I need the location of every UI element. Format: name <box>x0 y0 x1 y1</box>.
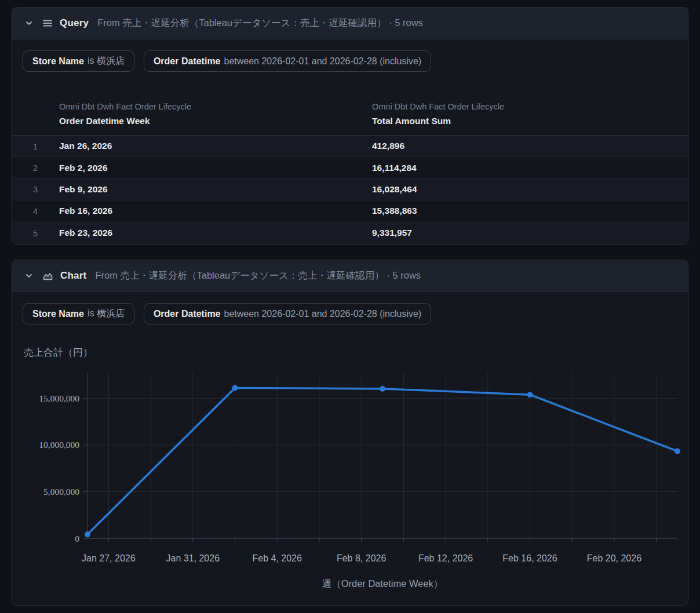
table-row: 1 Jan 26, 2026 412,896 <box>12 136 688 157</box>
filter-chip-order-datetime[interactable]: Order Datetime between 2026-02-01 and 20… <box>144 50 431 72</box>
y-tick-label: 15,000,000 <box>39 393 79 403</box>
cell-order-datetime-week: Feb 23, 2026 <box>47 228 360 238</box>
column-field-label: Total Amount Sum <box>372 114 688 128</box>
chart-panel-subtitle: From 売上・遅延分析（Tableauデータソース：売上・遅延確認用） · 5… <box>95 269 421 282</box>
data-point[interactable] <box>380 386 385 392</box>
data-point[interactable] <box>527 392 533 397</box>
filter-field-label: Store Name <box>32 309 84 319</box>
filter-condition-label: is 横浜店 <box>88 308 125 320</box>
cell-order-datetime-week: Jan 26, 2026 <box>47 141 360 151</box>
cell-order-datetime-week: Feb 2, 2026 <box>47 163 360 173</box>
chart-y-axis-title: 売上合計（円） <box>12 346 688 359</box>
y-tick-label: 10,000,000 <box>39 440 79 450</box>
filter-chip-store-name[interactable]: Store Name is 横浜店 <box>23 303 134 324</box>
query-panel-title: Query <box>60 17 89 29</box>
chevron-down-icon[interactable] <box>25 19 33 27</box>
chart-panel: Chart From 売上・遅延分析（Tableauデータソース：売上・遅延確認… <box>12 260 688 606</box>
row-number: 5 <box>12 228 47 238</box>
filter-condition-label: between 2026-02-01 and 2026-02-28 (inclu… <box>224 56 422 67</box>
y-tick-label: 5,000,000 <box>43 487 79 497</box>
filter-chip-store-name[interactable]: Store Name is 横浜店 <box>23 50 134 72</box>
query-panel-header[interactable]: Query From 売上・遅延分析（Tableauデータソース：売上・遅延確認… <box>12 8 688 39</box>
chevron-down-icon[interactable] <box>25 272 33 280</box>
data-point[interactable] <box>85 531 90 537</box>
results-table: Omni Dbt Dwh Fact Order Lifecycle Order … <box>12 101 688 244</box>
cell-total-amount-sum: 9,331,957 <box>360 228 688 238</box>
sales-line-chart[interactable]: 05,000,00010,000,00015,000,000Jan 27, 20… <box>12 364 688 602</box>
row-number: 4 <box>12 206 47 216</box>
menu-icon <box>43 19 52 27</box>
x-tick-label: Jan 27, 2026 <box>82 553 136 563</box>
table-row: 3 Feb 9, 2026 16,028,464 <box>12 179 688 200</box>
filter-chip-order-datetime[interactable]: Order Datetime between 2026-02-01 and 20… <box>144 303 431 324</box>
x-tick-label: Feb 16, 2026 <box>502 553 557 563</box>
data-point[interactable] <box>675 448 680 454</box>
column-field-label: Order Datetime Week <box>59 114 360 128</box>
x-tick-label: Feb 20, 2026 <box>587 553 641 563</box>
query-filter-bar: Store Name is 横浜店 Order Datetime between… <box>12 39 688 72</box>
row-number: 2 <box>12 163 47 173</box>
column-group-label: Omni Dbt Dwh Fact Order Lifecycle <box>59 101 360 113</box>
x-tick-label: Jan 31, 2026 <box>166 553 220 563</box>
cell-total-amount-sum: 16,028,464 <box>360 184 688 195</box>
table-header-row: Omni Dbt Dwh Fact Order Lifecycle Order … <box>12 101 688 136</box>
x-axis-title: 週（Order Datetime Week） <box>322 578 443 589</box>
table-body: 1 Jan 26, 2026 412,896 2 Feb 2, 2026 16,… <box>12 136 688 244</box>
column-header-order-datetime-week[interactable]: Omni Dbt Dwh Fact Order Lifecycle Order … <box>47 101 360 135</box>
query-panel: Query From 売上・遅延分析（Tableauデータソース：売上・遅延確認… <box>12 7 688 245</box>
chart-panel-title: Chart <box>60 270 86 282</box>
column-header-total-amount-sum[interactable]: Omni Dbt Dwh Fact Order Lifecycle Total … <box>360 101 688 135</box>
query-panel-subtitle: From 売上・遅延分析（Tableauデータソース：売上・遅延確認用） · 5… <box>97 17 423 30</box>
area-chart-icon <box>43 272 53 280</box>
chart-panel-header[interactable]: Chart From 売上・遅延分析（Tableauデータソース：売上・遅延確認… <box>12 260 688 292</box>
filter-field-label: Store Name <box>32 56 84 67</box>
row-number: 3 <box>12 184 47 194</box>
cell-total-amount-sum: 412,896 <box>360 141 688 151</box>
x-tick-label: Feb 8, 2026 <box>337 553 387 563</box>
cell-order-datetime-week: Feb 16, 2026 <box>47 206 360 216</box>
cell-total-amount-sum: 16,114,284 <box>360 163 688 173</box>
x-tick-label: Feb 4, 2026 <box>253 553 302 563</box>
table-row: 2 Feb 2, 2026 16,114,284 <box>12 157 688 178</box>
filter-field-label: Order Datetime <box>154 309 221 319</box>
filter-condition-label: is 横浜店 <box>88 55 125 67</box>
filter-field-label: Order Datetime <box>154 56 221 67</box>
x-tick-label: Feb 12, 2026 <box>418 553 473 563</box>
column-group-label: Omni Dbt Dwh Fact Order Lifecycle <box>372 101 688 113</box>
cell-total-amount-sum: 15,388,863 <box>360 206 688 216</box>
table-row: 5 Feb 23, 2026 9,331,957 <box>12 222 688 244</box>
row-number: 1 <box>12 141 47 151</box>
filter-condition-label: between 2026-02-01 and 2026-02-28 (inclu… <box>224 309 422 319</box>
data-point[interactable] <box>232 385 238 391</box>
chart-filter-bar: Store Name is 横浜店 Order Datetime between… <box>12 292 688 324</box>
table-row: 4 Feb 16, 2026 15,388,863 <box>12 200 688 222</box>
cell-order-datetime-week: Feb 9, 2026 <box>47 184 360 195</box>
y-tick-label: 0 <box>75 534 79 543</box>
line-series <box>88 388 677 535</box>
